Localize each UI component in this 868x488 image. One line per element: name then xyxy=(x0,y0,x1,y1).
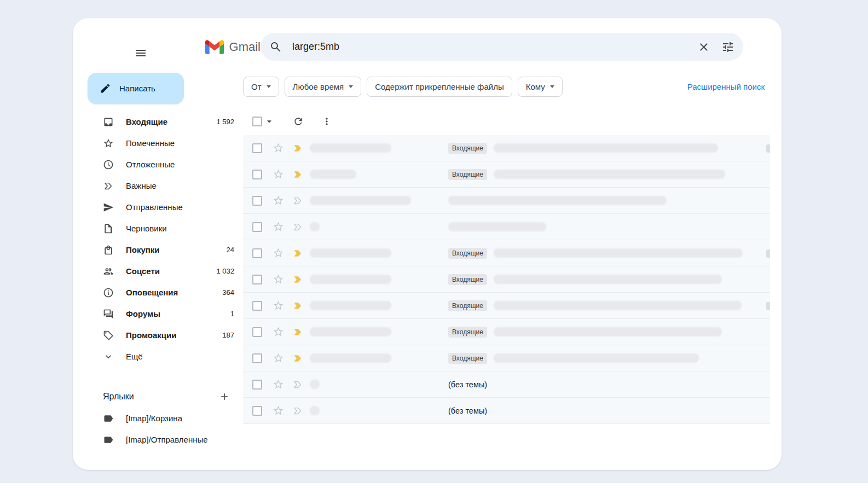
row-checkbox[interactable] xyxy=(252,406,262,416)
row-checkbox[interactable] xyxy=(252,353,262,363)
chip-label: Любое время xyxy=(293,82,344,91)
label-item-text: [Imap]/Корзина xyxy=(126,414,234,423)
sidebar-item-sent[interactable]: Отправленные xyxy=(88,196,243,218)
no-subject-text: (без темы) xyxy=(448,380,487,389)
sidebar-item-social[interactable]: Соцсети1 032 xyxy=(88,260,243,282)
sidebar-item-starred[interactable]: Помеченные xyxy=(88,132,243,154)
row-checkbox[interactable] xyxy=(252,301,262,311)
row-content: Входящие xyxy=(448,274,770,285)
importance-marker-icon[interactable] xyxy=(292,143,303,154)
importance-marker-icon[interactable] xyxy=(292,327,303,338)
mail-row-5[interactable]: Входящие xyxy=(243,240,770,266)
mail-row-2[interactable]: Входящие xyxy=(243,161,770,188)
mail-row-1[interactable]: Входящие xyxy=(243,135,770,161)
inbox-label-badge: Входящие xyxy=(448,274,487,285)
label-item-imap-trash[interactable]: [Imap]/Корзина xyxy=(88,408,243,429)
mail-row-3[interactable] xyxy=(243,188,770,214)
importance-marker-icon[interactable] xyxy=(292,248,303,259)
chevron-down-icon xyxy=(550,85,554,88)
star-outline-icon[interactable] xyxy=(273,405,284,416)
mail-row-7[interactable]: Входящие xyxy=(243,293,770,319)
importance-marker-icon[interactable] xyxy=(292,169,303,180)
sender-redacted xyxy=(310,248,448,258)
close-icon xyxy=(697,40,710,54)
arrow-drop-down-icon xyxy=(264,116,275,127)
gmail-logo-text: Gmail xyxy=(229,40,261,54)
mail-row-6[interactable]: Входящие xyxy=(243,266,770,293)
sidebar-item-count: 187 xyxy=(222,331,234,339)
row-checkbox[interactable] xyxy=(252,170,262,179)
importance-marker-icon[interactable] xyxy=(292,300,303,311)
star-outline-icon[interactable] xyxy=(273,142,284,154)
star-outline-icon[interactable] xyxy=(273,379,284,390)
clipped-date-mark xyxy=(766,144,770,153)
refresh-button[interactable] xyxy=(287,111,309,132)
importance-marker-outline-icon[interactable] xyxy=(292,405,303,416)
clear-search-button[interactable] xyxy=(692,35,716,59)
sidebar-item-promotions[interactable]: Промоакции187 xyxy=(88,324,243,346)
star-outline-icon[interactable] xyxy=(273,352,284,364)
sidebar-item-snoozed[interactable]: Отложенные xyxy=(88,154,243,175)
filter-chip-from[interactable]: От xyxy=(243,77,279,97)
gmail-logo[interactable]: Gmail xyxy=(205,40,261,54)
create-label-button[interactable] xyxy=(216,388,233,405)
advanced-search-link[interactable]: Расширенный поиск xyxy=(687,82,765,91)
filter-chip-any-time[interactable]: Любое время xyxy=(285,77,362,97)
more-actions-button[interactable] xyxy=(316,111,338,132)
sidebar-item-count: 24 xyxy=(227,246,234,254)
row-checkbox[interactable] xyxy=(252,380,262,390)
clipped-date-mark xyxy=(766,249,770,258)
star-outline-icon[interactable] xyxy=(273,247,284,259)
star-outline-icon[interactable] xyxy=(273,300,284,311)
sidebar-item-inbox[interactable]: Входящие1 592 xyxy=(88,111,243,132)
sidebar-item-count: 1 xyxy=(230,310,234,318)
star-outline-icon[interactable] xyxy=(273,195,284,206)
main-menu-button[interactable] xyxy=(95,34,199,60)
row-content: Входящие xyxy=(448,353,770,364)
search-icon xyxy=(269,40,282,54)
marker-outline-icon xyxy=(103,181,114,191)
label-item-imap-sent[interactable]: [Imap]/Отправленные xyxy=(88,429,243,450)
row-checkbox[interactable] xyxy=(252,327,262,337)
sidebar-item-important[interactable]: Важные xyxy=(88,175,243,196)
filter-chip-to[interactable]: Кому xyxy=(518,77,563,97)
sidebar-item-more[interactable]: Ещё xyxy=(88,346,243,367)
mail-row-11[interactable]: (без темы) xyxy=(243,398,770,424)
star-outline-icon[interactable] xyxy=(273,326,284,338)
mail-row-8[interactable]: Входящие xyxy=(243,319,770,345)
mail-row-10[interactable]: (без темы) xyxy=(243,371,770,398)
importance-marker-icon[interactable] xyxy=(292,274,303,285)
subject-redacted xyxy=(494,275,722,284)
mail-row-9[interactable]: Входящие xyxy=(243,345,770,371)
importance-marker-outline-icon[interactable] xyxy=(292,195,303,206)
row-checkbox[interactable] xyxy=(252,222,262,232)
search-options-button[interactable] xyxy=(716,35,740,59)
inbox-label-badge: Входящие xyxy=(448,327,487,338)
row-checkbox[interactable] xyxy=(252,275,262,284)
row-checkbox[interactable] xyxy=(252,196,262,206)
filter-chip-has-attachment[interactable]: Содержит прикрепленные файлы xyxy=(367,77,512,97)
star-outline-icon[interactable] xyxy=(273,169,284,180)
shopping-icon xyxy=(103,245,114,255)
row-checkbox[interactable] xyxy=(252,143,262,153)
pencil-icon xyxy=(100,83,111,94)
row-checkbox[interactable] xyxy=(252,248,262,258)
search-button[interactable] xyxy=(264,35,288,59)
sidebar-item-forums[interactable]: Форумы1 xyxy=(88,303,243,324)
star-outline-icon[interactable] xyxy=(273,221,284,233)
sidebar-item-purchases[interactable]: Покупки24 xyxy=(88,239,243,260)
importance-marker-icon[interactable] xyxy=(292,353,303,364)
mail-row-4[interactable] xyxy=(243,214,770,240)
compose-button[interactable]: Написать xyxy=(88,73,184,104)
clock-icon xyxy=(103,159,114,170)
select-all-checkbox[interactable] xyxy=(252,117,262,126)
search-input[interactable] xyxy=(288,41,692,53)
importance-marker-outline-icon[interactable] xyxy=(292,222,303,233)
importance-marker-outline-icon[interactable] xyxy=(292,379,303,390)
star-outline-icon[interactable] xyxy=(273,274,284,285)
row-content: Входящие xyxy=(448,327,770,338)
sidebar-item-updates[interactable]: Оповещения364 xyxy=(88,282,243,303)
select-dropdown-button[interactable] xyxy=(263,115,275,127)
sidebar-item-drafts[interactable]: Черновики xyxy=(88,218,243,239)
sidebar-item-label: Отложенные xyxy=(126,160,234,169)
